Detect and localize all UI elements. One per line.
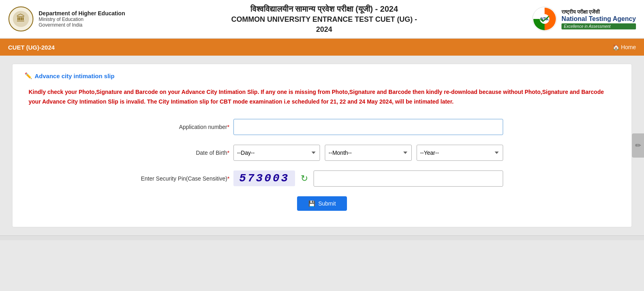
submit-label: Submit (318, 200, 336, 207)
nta-name-label: National Testing Agency (561, 15, 636, 23)
navbar: CUET (UG)-2024 🏠 Home (0, 39, 644, 56)
side-tab[interactable]: ✏ (632, 133, 644, 158)
dept-name: Department of Higher Education (39, 10, 125, 17)
header-left: 🏛 Department of Higher Education Ministr… (8, 6, 125, 32)
dob-label: Date of Birth* (141, 150, 229, 156)
card-header-label: Advance city intimation slip (35, 73, 114, 79)
year-select[interactable]: --Year--20002001200220032004200520062007… (417, 145, 503, 161)
submit-row: 💾 Submit (25, 196, 619, 211)
captcha-image: 573003 (233, 170, 295, 186)
month-select[interactable]: --Month--JanuaryFebruaryMarchAprilMayJun… (325, 145, 411, 161)
nta-text-block: राष्ट्रीय परीक्षा एजेंसी National Testin… (561, 9, 636, 29)
home-label: Home (621, 44, 636, 50)
govt-name: Government of India (39, 22, 125, 28)
card-header: ✏️ Advance city intimation slip (25, 72, 619, 79)
nta-tagline-label: Excellence in Assessment (561, 23, 636, 29)
eng-title-line1: COMMON UNIVERSITY ENTRANCE TEST CUET (UG… (125, 15, 523, 25)
security-pin-label: Enter Security Pin(Case Sensitive)* (141, 175, 229, 182)
nta-logo-circle: NTA (532, 6, 557, 32)
submit-button[interactable]: 💾 Submit (297, 196, 347, 211)
hindi-title: विश्वविद्यालयीन सामान्य प्रवेश परीक्षा (… (125, 3, 523, 15)
home-icon: 🏠 (613, 44, 619, 50)
header-center: विश्वविद्यालयीन सामान्य प्रवेश परीक्षा (… (125, 3, 523, 35)
app-number-label: Application number* (141, 124, 229, 130)
side-tab-icon: ✏ (635, 141, 641, 150)
captcha-input[interactable] (314, 170, 503, 187)
navbar-brand: CUET (UG)-2024 (8, 44, 55, 51)
svg-text:🏛: 🏛 (17, 13, 25, 23)
dob-row: Date of Birth* --Day--123456789101112131… (141, 145, 503, 161)
security-pin-row: Enter Security Pin(Case Sensitive)* 5730… (141, 170, 503, 187)
scrollbar-area[interactable] (0, 235, 644, 240)
captcha-area: 573003 ↻ (233, 170, 503, 187)
header-right: NTA राष्ट्रीय परीक्षा एजेंसी National Te… (523, 6, 636, 32)
home-link[interactable]: 🏠 Home (613, 44, 636, 50)
header-dept-info: Department of Higher Education Ministry … (39, 10, 125, 28)
form-section: Application number* Date of Birth* --Day… (25, 119, 619, 211)
page-header: 🏛 Department of Higher Education Ministr… (0, 0, 644, 39)
dob-selects: --Day--123456789101112131415161718192021… (233, 145, 503, 161)
refresh-captcha-icon[interactable]: ↻ (301, 173, 308, 184)
nta-hindi-label: राष्ट्रीय परीक्षा एजेंसी (561, 9, 636, 15)
application-number-input[interactable] (233, 119, 503, 135)
day-select[interactable]: --Day--123456789101112131415161718192021… (233, 145, 320, 161)
main-content: ✏️ Advance city intimation slip Kindly c… (0, 56, 644, 235)
eng-title-line2: 2024 (125, 25, 523, 35)
form-card: ✏️ Advance city intimation slip Kindly c… (12, 64, 632, 227)
save-icon: 💾 (308, 200, 315, 207)
edit-icon: ✏️ (25, 72, 32, 79)
govt-emblem: 🏛 (8, 6, 34, 32)
notice-text: Kindly check your Photo,Signature and Ba… (25, 87, 619, 107)
app-number-row: Application number* (141, 119, 503, 135)
ministry-name: Ministry of Education (39, 17, 125, 22)
